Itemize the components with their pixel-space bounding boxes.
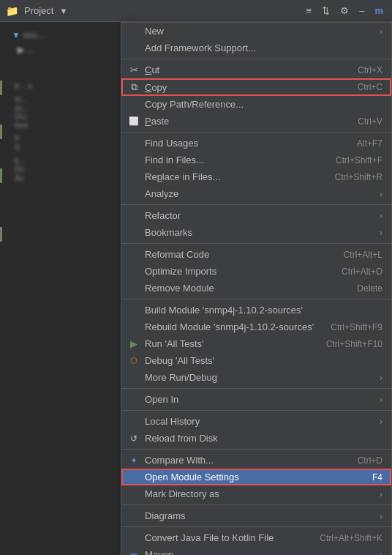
- tree-item-5: ti...DcAz: [0, 154, 121, 185]
- folder-icon: 📁: [6, 5, 18, 17]
- menu-label-replace-in-files: Replace in Files...: [145, 171, 320, 182]
- tree-item-4: PS: [0, 132, 121, 154]
- file-tree: ▼ sou... ▶ ... tr... s si...xc...DUhml P…: [0, 22, 121, 555]
- menu-item-paste[interactable]: ⬜ Paste Ctrl+V: [121, 113, 391, 130]
- compare-with-icon: ✦: [127, 455, 140, 466]
- menu-item-diagrams[interactable]: Diagrams ›: [121, 507, 391, 524]
- menu-item-replace-in-files[interactable]: Replace in Files... Ctrl+Shift+R: [121, 168, 391, 185]
- menu-item-open-in[interactable]: Open In ›: [121, 391, 391, 408]
- toolbar-dropdown-arrow[interactable]: ▼: [59, 7, 67, 15]
- menu-item-reload-from-disk[interactable]: ↺ Reload from Disk: [121, 430, 391, 447]
- menu-item-bookmarks[interactable]: Bookmarks ›: [121, 224, 391, 241]
- diagrams-arrow: ›: [380, 511, 382, 521]
- menu-label-find-in-files: Find in Files...: [145, 154, 321, 165]
- menu-label-analyze: Analyze: [145, 188, 375, 199]
- menu-item-convert-java[interactable]: Convert Java File to Kotlin File Ctrl+Al…: [121, 529, 391, 546]
- toolbar-settings-btn[interactable]: ⚙: [337, 4, 352, 18]
- menu-label-optimize-imports: Optimize Imports: [145, 266, 327, 277]
- toolbar-m-btn[interactable]: m: [372, 4, 386, 18]
- cut-icon: ✂: [127, 64, 140, 75]
- menu-item-add-framework[interactable]: Add Framework Support...: [121, 40, 391, 56]
- separator-7: [121, 410, 391, 411]
- menu-label-more-run-debug: More Run/Debug: [145, 372, 375, 383]
- rebuild-module-shortcut: Ctrl+Shift+F9: [331, 322, 382, 332]
- cut-shortcut: Ctrl+X: [358, 65, 382, 75]
- menu-item-mark-directory-as[interactable]: Mark Directory as ›: [121, 485, 391, 502]
- separator-1: [121, 59, 391, 59]
- menu-label-convert-java: Convert Java File to Kotlin File: [145, 532, 305, 543]
- menu-item-copy[interactable]: ⧉ Copy Ctrl+C: [121, 78, 391, 96]
- menu-label-mark-directory-as: Mark Directory as: [145, 488, 375, 499]
- menu-label-find-usages: Find Usages: [145, 138, 342, 149]
- separator-10: [121, 526, 391, 527]
- local-history-arrow: ›: [380, 417, 382, 427]
- find-in-files-shortcut: Ctrl+Shift+F: [336, 155, 382, 165]
- toolbar-actions: ≡ ⇅ ⚙ – m: [304, 4, 386, 18]
- separator-9: [121, 504, 391, 505]
- menu-item-run-all-tests[interactable]: ▶ Run 'All Tests' Ctrl+Shift+F10: [121, 335, 391, 352]
- paste-icon: ⬜: [127, 116, 140, 126]
- menu-label-diagrams: Diagrams: [145, 510, 375, 521]
- open-in-arrow: ›: [380, 395, 382, 405]
- debug-icon: ⬡: [127, 356, 140, 365]
- copy-shortcut: Ctrl+C: [358, 82, 382, 92]
- menu-label-copy-path: Copy Path/Reference...: [145, 99, 382, 110]
- reformat-code-shortcut: Ctrl+Alt+L: [344, 250, 382, 260]
- menu-label-bookmarks: Bookmarks: [145, 227, 375, 238]
- toolbar-arrange-btn[interactable]: ≡: [304, 4, 315, 18]
- menu-item-find-usages[interactable]: Find Usages Alt+F7: [121, 135, 391, 152]
- menu-label-local-history: Local History: [145, 416, 375, 427]
- menu-item-rebuild-module[interactable]: Rebuild Module 'snmp4j-1.10.2-sources' C…: [121, 319, 391, 335]
- optimize-imports-shortcut: Ctrl+Alt+O: [342, 267, 382, 277]
- menu-item-refactor[interactable]: Refactor ›: [121, 207, 391, 224]
- menu-item-maven[interactable]: m Maven ›: [121, 546, 391, 555]
- separator-5: [121, 299, 391, 299]
- menu-label-remove-module: Remove Module: [145, 283, 342, 294]
- convert-java-shortcut: Ctrl+Alt+Shift+K: [320, 533, 382, 543]
- open-module-settings-shortcut: F4: [372, 472, 382, 483]
- change-indicator-4: [0, 227, 2, 242]
- separator-2: [121, 132, 391, 133]
- menu-label-compare-with: Compare With...: [145, 455, 343, 466]
- menu-label-open-module-settings: Open Module Settings: [145, 472, 358, 483]
- mark-directory-arrow: ›: [380, 489, 382, 499]
- menu-item-more-run-debug[interactable]: More Run/Debug ›: [121, 369, 391, 386]
- maven-icon: m: [127, 551, 140, 556]
- menu-item-reformat-code[interactable]: Reformat Code Ctrl+Alt+L: [121, 246, 391, 263]
- menu-label-run-all-tests: Run 'All Tests': [145, 338, 312, 349]
- menu-item-new[interactable]: New ›: [121, 23, 391, 40]
- menu-item-optimize-imports[interactable]: Optimize Imports Ctrl+Alt+O: [121, 263, 391, 280]
- maven-arrow: ›: [380, 550, 382, 556]
- replace-in-files-shortcut: Ctrl+Shift+R: [335, 172, 382, 182]
- copy-icon: ⧉: [127, 81, 140, 93]
- menu-label-refactor: Refactor: [145, 210, 375, 221]
- menu-label-build-module: Build Module 'snmp4j-1.10.2-sources': [145, 305, 382, 316]
- menu-label-rebuild-module: Rebuild Module 'snmp4j-1.10.2-sources': [145, 321, 316, 332]
- menu-item-analyze[interactable]: Analyze ›: [121, 185, 391, 202]
- menu-label-copy: Copy: [145, 82, 343, 93]
- refactor-arrow: ›: [380, 211, 382, 221]
- new-arrow: ›: [380, 26, 382, 37]
- menu-item-remove-module[interactable]: Remove Module Delete: [121, 280, 391, 297]
- menu-item-compare-with[interactable]: ✦ Compare With... Ctrl+D: [121, 452, 391, 469]
- menu-item-copy-path[interactable]: Copy Path/Reference...: [121, 96, 391, 113]
- menu-item-debug-all-tests[interactable]: ⬡ Debug 'All Tests': [121, 352, 391, 369]
- separator-4: [121, 243, 391, 244]
- menu-label-reload-from-disk: Reload from Disk: [145, 433, 382, 444]
- menu-label-maven: Maven: [145, 549, 375, 555]
- paste-shortcut: Ctrl+V: [358, 116, 382, 127]
- menu-label-cut: Cut: [145, 64, 343, 75]
- menu-item-open-module-settings[interactable]: Open Module Settings F4: [121, 469, 391, 485]
- find-usages-shortcut: Alt+F7: [357, 138, 382, 149]
- run-icon: ▶: [127, 338, 140, 349]
- tree-item-2: tr... s: [0, 79, 121, 92]
- menu-item-cut[interactable]: ✂ Cut Ctrl+X: [121, 62, 391, 78]
- run-all-tests-shortcut: Ctrl+Shift+F10: [326, 339, 382, 349]
- menu-item-build-module[interactable]: Build Module 'snmp4j-1.10.2-sources': [121, 302, 391, 319]
- toolbar-sort-btn[interactable]: ⇅: [319, 4, 333, 18]
- toolbar-minimize-btn[interactable]: –: [356, 4, 367, 18]
- menu-item-find-in-files[interactable]: Find in Files... Ctrl+Shift+F: [121, 152, 391, 168]
- tree-item-3: si...xc...DUhml: [0, 92, 121, 132]
- menu-item-local-history[interactable]: Local History ›: [121, 413, 391, 430]
- tree-item-1: ▶ ...: [0, 42, 121, 57]
